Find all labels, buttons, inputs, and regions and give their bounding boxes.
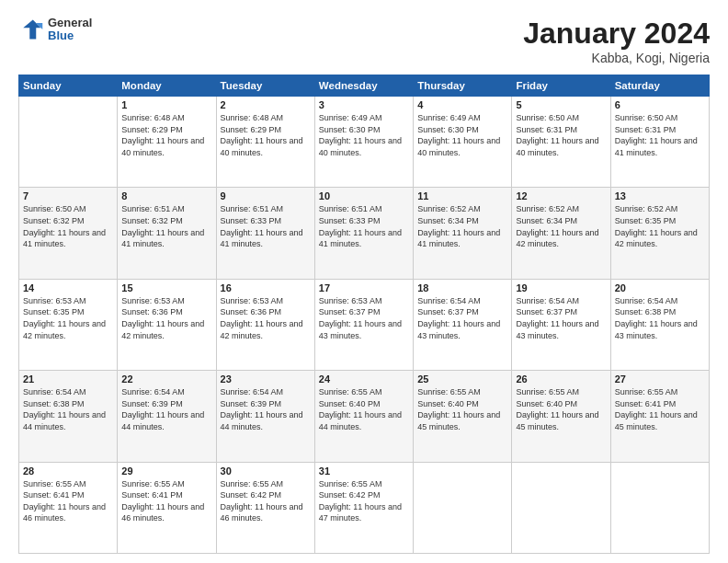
calendar-cell: 19Sunrise: 6:54 AMSunset: 6:37 PMDayligh… (512, 279, 610, 370)
cell-info: Sunrise: 6:52 AMSunset: 6:34 PMDaylight:… (417, 204, 500, 248)
calendar-header-tuesday: Tuesday (216, 75, 314, 97)
calendar-cell: 3Sunrise: 6:49 AMSunset: 6:30 PMDaylight… (314, 97, 413, 188)
calendar-title: January 2024 (523, 17, 710, 51)
day-number: 17 (319, 282, 409, 293)
calendar-cell: 24Sunrise: 6:55 AMSunset: 6:40 PMDayligh… (314, 371, 413, 462)
calendar-cell: 29Sunrise: 6:55 AMSunset: 6:41 PMDayligh… (118, 462, 216, 553)
day-number: 2 (221, 99, 311, 110)
calendar-cell: 10Sunrise: 6:51 AMSunset: 6:33 PMDayligh… (314, 188, 413, 279)
calendar-cell: 18Sunrise: 6:54 AMSunset: 6:37 PMDayligh… (414, 279, 512, 370)
calendar-cell: 17Sunrise: 6:53 AMSunset: 6:37 PMDayligh… (314, 279, 413, 370)
calendar-cell: 5Sunrise: 6:50 AMSunset: 6:31 PMDaylight… (512, 97, 610, 188)
calendar-cell: 25Sunrise: 6:55 AMSunset: 6:40 PMDayligh… (414, 371, 512, 462)
calendar-cell: 9Sunrise: 6:51 AMSunset: 6:33 PMDaylight… (216, 188, 314, 279)
day-number: 23 (221, 373, 311, 385)
cell-info: Sunrise: 6:54 AMSunset: 6:37 PMDaylight:… (417, 296, 500, 340)
cell-info: Sunrise: 6:52 AMSunset: 6:34 PMDaylight:… (516, 204, 598, 248)
day-number: 31 (319, 465, 409, 477)
calendar-week-1: 7Sunrise: 6:50 AMSunset: 6:32 PMDaylight… (19, 188, 710, 279)
calendar-cell: 23Sunrise: 6:54 AMSunset: 6:39 PMDayligh… (216, 371, 314, 462)
day-number: 26 (516, 373, 606, 385)
calendar-week-3: 21Sunrise: 6:54 AMSunset: 6:38 PMDayligh… (19, 371, 710, 462)
day-number: 12 (516, 190, 606, 201)
cell-info: Sunrise: 6:54 AMSunset: 6:39 PMDaylight:… (121, 387, 204, 431)
calendar-cell: 16Sunrise: 6:53 AMSunset: 6:36 PMDayligh… (216, 279, 314, 370)
calendar-cell: 26Sunrise: 6:55 AMSunset: 6:40 PMDayligh… (512, 371, 610, 462)
calendar-cell: 12Sunrise: 6:52 AMSunset: 6:34 PMDayligh… (512, 188, 610, 279)
day-number: 14 (23, 282, 113, 293)
cell-info: Sunrise: 6:50 AMSunset: 6:32 PMDaylight:… (23, 204, 106, 248)
svg-marker-1 (23, 20, 40, 40)
cell-info: Sunrise: 6:54 AMSunset: 6:37 PMDaylight:… (516, 296, 598, 340)
day-number: 30 (221, 465, 311, 477)
cell-info: Sunrise: 6:55 AMSunset: 6:40 PMDaylight:… (417, 387, 500, 431)
day-number: 9 (221, 190, 311, 201)
cell-info: Sunrise: 6:53 AMSunset: 6:36 PMDaylight:… (221, 296, 303, 340)
cell-info: Sunrise: 6:49 AMSunset: 6:30 PMDaylight:… (319, 113, 402, 157)
day-number: 28 (23, 465, 113, 477)
calendar-cell (512, 462, 610, 553)
day-number: 20 (615, 282, 705, 293)
calendar-cell: 1Sunrise: 6:48 AMSunset: 6:29 PMDaylight… (118, 97, 216, 188)
cell-info: Sunrise: 6:55 AMSunset: 6:42 PMDaylight:… (319, 479, 402, 523)
day-number: 19 (516, 282, 606, 293)
cell-info: Sunrise: 6:51 AMSunset: 6:32 PMDaylight:… (121, 204, 204, 248)
calendar-cell: 8Sunrise: 6:51 AMSunset: 6:32 PMDaylight… (118, 188, 216, 279)
day-number: 29 (121, 465, 211, 477)
cell-info: Sunrise: 6:55 AMSunset: 6:42 PMDaylight:… (221, 479, 303, 523)
calendar-cell: 22Sunrise: 6:54 AMSunset: 6:39 PMDayligh… (118, 371, 216, 462)
calendar-header-thursday: Thursday (414, 75, 512, 97)
day-number: 11 (417, 190, 507, 201)
calendar-table: SundayMondayTuesdayWednesdayThursdayFrid… (18, 75, 710, 554)
cell-info: Sunrise: 6:54 AMSunset: 6:39 PMDaylight:… (221, 387, 303, 431)
calendar-week-4: 28Sunrise: 6:55 AMSunset: 6:41 PMDayligh… (19, 462, 710, 553)
day-number: 22 (121, 373, 211, 385)
cell-info: Sunrise: 6:51 AMSunset: 6:33 PMDaylight:… (319, 204, 402, 248)
logo-general: General (48, 17, 92, 29)
cell-info: Sunrise: 6:53 AMSunset: 6:37 PMDaylight:… (319, 296, 402, 340)
day-number: 13 (615, 190, 705, 201)
cell-info: Sunrise: 6:55 AMSunset: 6:41 PMDaylight:… (121, 479, 204, 523)
cell-info: Sunrise: 6:50 AMSunset: 6:31 PMDaylight:… (615, 113, 698, 157)
cell-info: Sunrise: 6:48 AMSunset: 6:29 PMDaylight:… (121, 113, 204, 157)
cell-info: Sunrise: 6:48 AMSunset: 6:29 PMDaylight:… (221, 113, 303, 157)
cell-info: Sunrise: 6:53 AMSunset: 6:35 PMDaylight:… (23, 296, 106, 340)
calendar-cell: 30Sunrise: 6:55 AMSunset: 6:42 PMDayligh… (216, 462, 314, 553)
calendar-header-row: SundayMondayTuesdayWednesdayThursdayFrid… (19, 75, 710, 97)
calendar-week-0: 1Sunrise: 6:48 AMSunset: 6:29 PMDaylight… (19, 97, 710, 188)
day-number: 25 (417, 373, 507, 385)
day-number: 15 (121, 282, 211, 293)
logo: General Blue (18, 17, 92, 43)
calendar-cell: 2Sunrise: 6:48 AMSunset: 6:29 PMDaylight… (216, 97, 314, 188)
calendar-cell: 31Sunrise: 6:55 AMSunset: 6:42 PMDayligh… (314, 462, 413, 553)
calendar-header-monday: Monday (118, 75, 216, 97)
calendar-location: Kabba, Kogi, Nigeria (523, 51, 710, 65)
day-number: 5 (516, 99, 606, 110)
calendar-cell: 13Sunrise: 6:52 AMSunset: 6:35 PMDayligh… (610, 188, 709, 279)
day-number: 6 (615, 99, 705, 110)
calendar-week-2: 14Sunrise: 6:53 AMSunset: 6:35 PMDayligh… (19, 279, 710, 370)
cell-info: Sunrise: 6:54 AMSunset: 6:38 PMDaylight:… (23, 387, 106, 431)
calendar-header-friday: Friday (512, 75, 610, 97)
calendar-header-sunday: Sunday (19, 75, 118, 97)
calendar-cell: 15Sunrise: 6:53 AMSunset: 6:36 PMDayligh… (118, 279, 216, 370)
day-number: 1 (121, 99, 211, 110)
day-number: 3 (319, 99, 409, 110)
calendar-cell: 21Sunrise: 6:54 AMSunset: 6:38 PMDayligh… (19, 371, 118, 462)
cell-info: Sunrise: 6:50 AMSunset: 6:31 PMDaylight:… (516, 113, 598, 157)
day-number: 21 (23, 373, 113, 385)
day-number: 16 (221, 282, 311, 293)
cell-info: Sunrise: 6:51 AMSunset: 6:33 PMDaylight:… (221, 204, 303, 248)
cell-info: Sunrise: 6:53 AMSunset: 6:36 PMDaylight:… (121, 296, 204, 340)
title-block: January 2024 Kabba, Kogi, Nigeria (523, 17, 710, 65)
cell-info: Sunrise: 6:55 AMSunset: 6:41 PMDaylight:… (615, 387, 698, 431)
cell-info: Sunrise: 6:52 AMSunset: 6:35 PMDaylight:… (615, 204, 698, 248)
logo-blue: Blue (48, 29, 92, 42)
calendar-cell (414, 462, 512, 553)
logo-text: General Blue (48, 17, 92, 43)
generalblue-logo-icon (18, 17, 44, 42)
day-number: 8 (121, 190, 211, 201)
day-number: 10 (319, 190, 409, 201)
day-number: 18 (417, 282, 507, 293)
calendar-cell (19, 97, 118, 188)
